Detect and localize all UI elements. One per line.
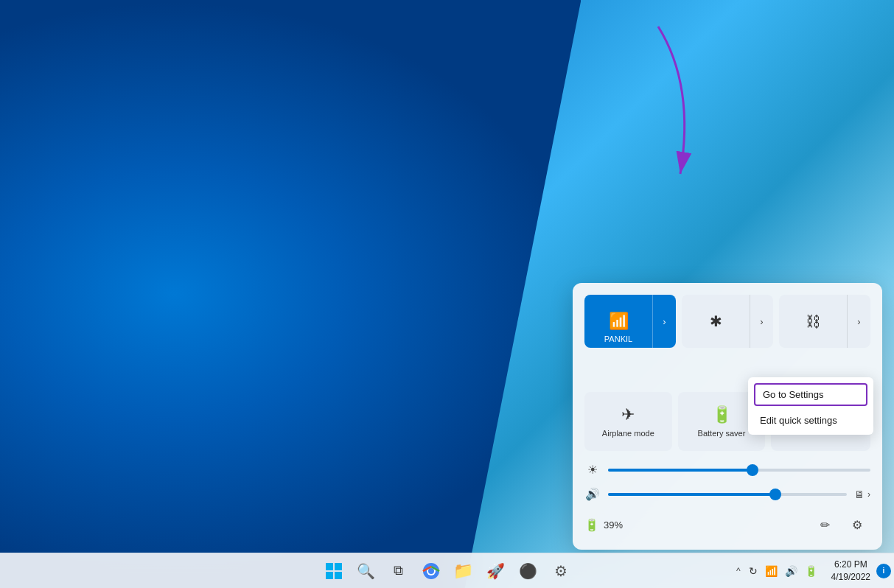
volume-thumb[interactable] [769, 489, 781, 500]
settings-button[interactable]: ⚙ [546, 556, 576, 586]
volume-right: 🖥 › [854, 489, 870, 500]
brightness-icon: ☀ [584, 463, 601, 477]
obs-icon: ⚫ [519, 562, 537, 580]
focus-assist-tile-main[interactable]: ⛓ [779, 295, 847, 348]
explorer-button[interactable]: 📁 [449, 556, 478, 586]
tray-volume-icon[interactable]: 🔊 [783, 564, 800, 578]
volume-icon: 🔊 [584, 487, 601, 501]
battery-saver-icon: 🔋 [712, 405, 732, 424]
tray-expand-button[interactable]: ^ [733, 563, 744, 579]
shield-icon: ⛓ [806, 313, 820, 330]
search-icon: 🔍 [357, 562, 375, 580]
taskbar: 🔍 ⧉ 📁 [0, 553, 894, 588]
bluetooth-tile-main[interactable]: ✱ [682, 295, 750, 348]
quick-settings-footer: 🔋 39% ✏ ⚙ [584, 511, 870, 538]
svg-rect-3 [326, 572, 333, 579]
tray-time-date[interactable]: 6:20 PM 4/19/2022 [825, 557, 876, 585]
focus-assist-tile[interactable]: ⛓ › [779, 295, 870, 348]
volume-slider-row: 🔊 🖥 › [584, 487, 870, 501]
volume-slider[interactable] [608, 493, 847, 496]
settings-icon: ⚙ [554, 562, 568, 580]
settings-gear-button[interactable]: ⚙ [844, 511, 870, 538]
svg-rect-1 [326, 563, 333, 570]
tray-time: 6:20 PM [834, 559, 867, 571]
brightness-slider[interactable] [608, 469, 870, 472]
focus-assist-expand-button[interactable]: › [847, 295, 870, 348]
airplane-icon: ✈ [621, 405, 635, 424]
volume-device-expand[interactable]: › [867, 489, 870, 500]
swift-icon: 🚀 [486, 562, 505, 580]
wifi-icon: 📶 [609, 312, 629, 331]
swift-button[interactable]: 🚀 [481, 556, 511, 586]
wifi-tile[interactable]: 📶 › PANKIL [584, 295, 676, 348]
bluetooth-icon: ✱ [710, 312, 722, 330]
chrome-button[interactable] [416, 556, 446, 586]
notification-icon: i [883, 567, 885, 575]
focus-assist-expand-chevron: › [857, 316, 860, 327]
wifi-expand-button[interactable]: › [652, 295, 676, 348]
tray-icons-group: ^ ↻ 📶 🔊 🔋 [727, 553, 825, 588]
airplane-mode-label: Airplane mode [602, 429, 654, 438]
brightness-slider-row: ☀ [584, 463, 870, 477]
brightness-thumb[interactable] [747, 464, 758, 476]
wallpaper-wave [0, 0, 581, 588]
wifi-expand-chevron: › [663, 316, 666, 327]
notification-button[interactable]: i [876, 564, 891, 578]
gear-icon: ⚙ [852, 518, 862, 532]
obs-button[interactable]: ⚫ [514, 556, 543, 586]
svg-rect-2 [335, 563, 342, 570]
taskbar-center: 🔍 ⧉ 📁 [319, 556, 576, 586]
battery-saver-label: Battery saver [698, 429, 746, 438]
goto-settings-menu-item[interactable]: Go to Settings [754, 383, 867, 406]
bluetooth-expand-chevron: › [760, 316, 763, 327]
svg-point-7 [428, 568, 434, 574]
quick-settings-row-1: 📶 › PANKIL ✱ › ⛓ [584, 295, 870, 348]
tray-wifi-icon[interactable]: 📶 [763, 564, 780, 578]
chrome-icon [422, 561, 441, 581]
task-view-button[interactable]: ⧉ [384, 556, 413, 586]
battery-info: 🔋 39% [584, 518, 623, 532]
svg-rect-4 [335, 572, 342, 579]
bluetooth-expand-button[interactable]: › [750, 295, 773, 348]
volume-fill [608, 493, 775, 496]
task-view-icon: ⧉ [394, 563, 403, 578]
battery-icon: 🔋 [584, 518, 599, 532]
volume-device-icon: 🖥 [854, 489, 865, 500]
footer-action-buttons: ✏ ⚙ [811, 511, 870, 538]
brightness-fill [608, 469, 752, 472]
arrow-annotation [599, 12, 732, 203]
tray-date: 4/19/2022 [831, 571, 870, 584]
wifi-label: PANKIL [584, 335, 652, 343]
explorer-icon: 📁 [453, 561, 473, 581]
windows-logo-icon [326, 563, 342, 579]
bluetooth-tile[interactable]: ✱ › [682, 295, 773, 348]
pencil-icon: ✏ [820, 518, 830, 532]
quick-settings-panel: 📶 › PANKIL ✱ › ⛓ [573, 283, 882, 550]
edit-pencil-button[interactable]: ✏ [811, 511, 838, 538]
battery-percent: 39% [604, 519, 623, 531]
tray-refresh-icon[interactable]: ↻ [747, 564, 760, 578]
start-button[interactable] [319, 556, 349, 586]
tray-battery-icon[interactable]: 🔋 [803, 564, 820, 578]
airplane-mode-tile[interactable]: ✈ Airplane mode [584, 392, 672, 451]
system-tray: ^ ↻ 📶 🔊 🔋 6:20 PM 4/19/2022 i [727, 553, 894, 588]
search-button[interactable]: 🔍 [352, 556, 381, 586]
context-menu: Go to Settings Edit quick settings [748, 377, 873, 435]
edit-quick-settings-menu-item[interactable]: Edit quick settings [748, 409, 873, 432]
desktop: 📶 › PANKIL ✱ › ⛓ [0, 0, 894, 588]
